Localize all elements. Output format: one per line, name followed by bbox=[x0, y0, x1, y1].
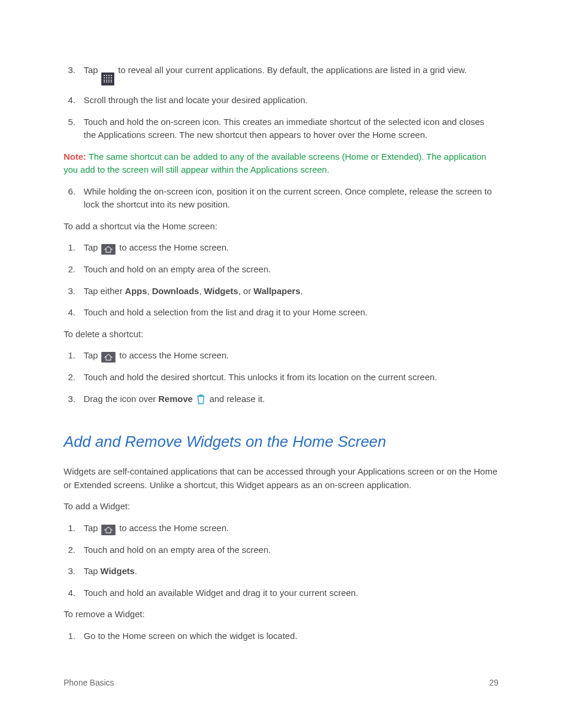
delete-shortcut-list: 1. Tap to access the Home screen. 2. Tou… bbox=[64, 349, 498, 406]
paragraph: To remove a Widget: bbox=[64, 608, 498, 621]
home-icon bbox=[101, 525, 115, 535]
item-text: Touch and hold the on-screen icon. This … bbox=[84, 116, 498, 142]
item-text: Touch and hold a selection from the list… bbox=[84, 306, 498, 319]
item-text: While holding the on-screen icon, positi… bbox=[84, 185, 498, 212]
item-number: 3. bbox=[64, 285, 84, 298]
list-item: 4. Touch and hold a selection from the l… bbox=[64, 306, 498, 319]
page-footer: Phone Basics 29 bbox=[64, 677, 498, 689]
list-item: 1. Tap to access the Home screen. bbox=[64, 522, 498, 535]
home-icon bbox=[101, 244, 115, 255]
item-number: 1. bbox=[64, 349, 84, 363]
note-text: The same shortcut can be added to any of… bbox=[64, 151, 486, 175]
item-number: 3. bbox=[64, 565, 84, 578]
home-icon bbox=[101, 352, 115, 363]
list-item: 1. Tap to access the Home screen. bbox=[64, 349, 498, 363]
item-text: Touch and hold an available Widget and d… bbox=[84, 587, 498, 600]
trash-icon bbox=[196, 393, 206, 405]
list-item: 3. Tap to reveal all your current applic… bbox=[64, 64, 498, 85]
list-item: 2. Touch and hold the desired shortcut. … bbox=[64, 371, 498, 384]
list-item: 3. Tap either Apps, Downloads, Widgets, … bbox=[64, 285, 498, 298]
list-item: 1. Go to the Home screen on which the wi… bbox=[64, 630, 498, 643]
paragraph: To add a Widget: bbox=[64, 500, 498, 513]
note-label: Note: bbox=[64, 151, 86, 162]
item-number: 4. bbox=[64, 587, 84, 600]
paragraph: Widgets are self-contained applications … bbox=[64, 465, 498, 492]
list-item: 4. Scroll through the list and locate yo… bbox=[64, 94, 498, 107]
item-number: 2. bbox=[64, 543, 84, 557]
list-item: 2. Touch and hold on an empty area of th… bbox=[64, 543, 498, 557]
item-number: 3. bbox=[64, 64, 84, 85]
item-number: 4. bbox=[64, 306, 84, 319]
item-number: 5. bbox=[64, 116, 84, 142]
item-text: Tap to access the Home screen. bbox=[84, 241, 498, 255]
shortcut-via-apps-list: 3. Tap to reveal all your current applic… bbox=[64, 64, 498, 142]
item-text: Touch and hold on an empty area of the s… bbox=[84, 263, 498, 276]
item-text: Touch and hold on an empty area of the s… bbox=[84, 543, 498, 557]
item-number: 1. bbox=[64, 630, 84, 643]
item-text: Go to the Home screen on which the widge… bbox=[84, 630, 498, 643]
list-item: 3. Drag the icon over Remove and release… bbox=[64, 393, 498, 406]
item-text: Scroll through the list and locate your … bbox=[84, 94, 498, 107]
item-number: 3. bbox=[64, 393, 84, 406]
footer-section-title: Phone Basics bbox=[64, 677, 114, 689]
list-item: 6. While holding the on-screen icon, pos… bbox=[64, 185, 498, 212]
note-callout: Note: The same shortcut can be added to … bbox=[64, 150, 498, 177]
apps-grid-icon bbox=[101, 73, 114, 85]
shortcut-via-home-list: 1. Tap to access the Home screen. 2. Tou… bbox=[64, 241, 498, 319]
remove-widget-list: 1. Go to the Home screen on which the wi… bbox=[64, 630, 498, 643]
item-number: 6. bbox=[64, 185, 84, 212]
page-number: 29 bbox=[489, 677, 498, 689]
item-number: 1. bbox=[64, 241, 84, 255]
item-number: 2. bbox=[64, 371, 84, 384]
item-number: 1. bbox=[64, 522, 84, 535]
paragraph: To delete a shortcut: bbox=[64, 328, 498, 341]
item-number: 4. bbox=[64, 94, 84, 107]
add-widget-list: 1. Tap to access the Home screen. 2. Tou… bbox=[64, 522, 498, 600]
item-text: Touch and hold the desired shortcut. Thi… bbox=[84, 371, 498, 384]
item-text: Tap Widgets. bbox=[84, 565, 498, 578]
list-item: 4. Touch and hold an available Widget an… bbox=[64, 587, 498, 600]
item-text: Drag the icon over Remove and release it… bbox=[84, 393, 498, 406]
list-item: 1. Tap to access the Home screen. bbox=[64, 241, 498, 255]
item-text: Tap to reveal all your current applicati… bbox=[84, 64, 498, 85]
section-heading: Add and Remove Widgets on the Home Scree… bbox=[64, 430, 498, 453]
list-item: 5. Touch and hold the on-screen icon. Th… bbox=[64, 116, 498, 142]
paragraph: To add a shortcut via the Home screen: bbox=[64, 220, 498, 233]
list-item: 2. Touch and hold on an empty area of th… bbox=[64, 263, 498, 276]
list-item: 3. Tap Widgets. bbox=[64, 565, 498, 578]
item-text: Tap to access the Home screen. bbox=[84, 522, 498, 535]
shortcut-via-apps-list-cont: 6. While holding the on-screen icon, pos… bbox=[64, 185, 498, 212]
item-text: Tap to access the Home screen. bbox=[84, 349, 498, 363]
item-text: Tap either Apps, Downloads, Widgets, or … bbox=[84, 285, 498, 298]
item-number: 2. bbox=[64, 263, 84, 276]
